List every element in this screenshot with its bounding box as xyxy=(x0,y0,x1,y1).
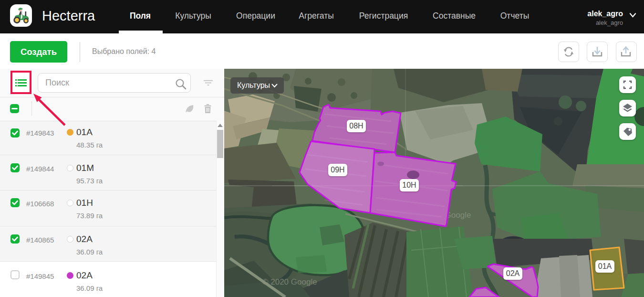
svg-text:© 2020 Google: © 2020 Google xyxy=(262,277,317,286)
